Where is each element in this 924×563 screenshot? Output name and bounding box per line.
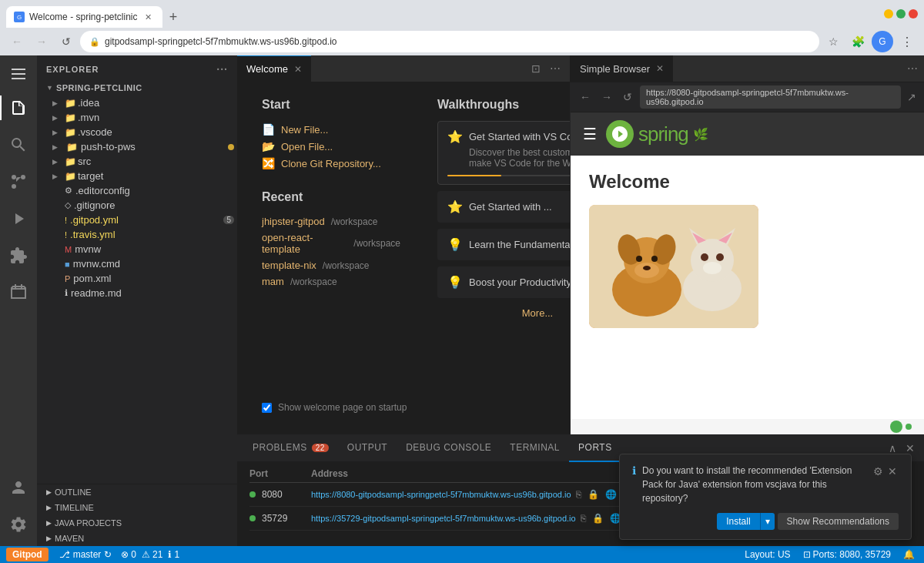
notification-gear-icon[interactable]: ⚙ [872,464,885,479]
split-editor-icon[interactable]: ⊡ [528,59,544,78]
activity-icon-settings[interactable] [0,506,37,543]
tab-bars-row: Welcome ✕ ⊡ ⋯ Simple Browser ✕ ⋯ [237,55,924,82]
address-bar[interactable]: 🔒 gitpodsampl-springpetcl-5f7mbmuktw.ws-… [80,31,819,52]
tree-item-idea[interactable]: ▶ 📁 .idea [37,96,237,110]
simple-browser-tab-close-icon[interactable]: ✕ [656,63,664,74]
walkthrough-item-0[interactable]: ⭐ Get Started with VS Co... Discover the… [437,121,570,185]
sidebar-more-icon[interactable]: ··· [216,63,228,75]
java-projects-section[interactable]: ▶ JAVA PROJECTS [37,515,237,531]
port-link-1[interactable]: https://35729-gitpodsampl-springpetcl-5f… [311,514,576,523]
walkthrough-item-1[interactable]: ⭐ Get Started with ... New [437,191,570,223]
notification-close-icon[interactable]: ✕ [886,464,899,479]
tree-item-gitignore[interactable]: ◇ .gitignore [37,198,237,213]
profile-button[interactable]: G [872,31,893,52]
spring-menu-icon[interactable]: ☰ [583,125,597,143]
lock-icon-1[interactable]: 🔒 [591,511,605,525]
minimize-button[interactable] [884,9,893,18]
gitpod-button[interactable]: Gitpod [6,548,49,561]
globe-icon-0[interactable]: 🌐 [604,488,618,501]
recent-item-0[interactable]: jhipster-gitpod /workspace [262,213,400,230]
timeline-section[interactable]: ▶ TIMELINE [37,500,237,515]
panel-tab-problems[interactable]: PROBLEMS 22 [243,435,338,462]
walkthrough-item-2[interactable]: 💡 Learn the Fundamentals [437,229,570,260]
recent-item-3[interactable]: mam /workspace [262,273,400,290]
maven-section[interactable]: ▶ MAVEN [37,531,237,546]
activity-icon-source-control[interactable] [0,163,37,200]
tree-item-readme[interactable]: ℹ readme.md [37,286,237,300]
tree-item-src[interactable]: ▶ 📁 src [37,154,237,169]
copy-icon-0[interactable]: ⎘ [574,488,583,501]
install-button[interactable]: Install [717,513,759,530]
tree-item-mvn[interactable]: ▶ 📁 .mvn [37,110,237,125]
activity-icon-explorer[interactable] [0,89,37,126]
new-tab-button[interactable]: + [162,6,184,28]
activity-icon-account[interactable] [0,469,37,506]
activity-icon-extensions[interactable] [0,237,37,274]
welcome-tab[interactable]: Welcome ✕ [237,55,311,82]
svg-rect-1 [12,73,25,75]
notification-buttons: Install ▾ Show Recommendations [632,513,899,530]
close-button[interactable] [909,9,918,18]
project-header[interactable]: ▼ SPRING-PETCLINIC [37,80,237,96]
open-file-link[interactable]: 📂 Open File... [262,138,400,155]
clone-git-link[interactable]: 🔀 Clone Git Repository... [262,155,400,172]
activity-icon-hamburger[interactable] [0,59,37,89]
more-walkthroughs-link[interactable]: More... [437,304,570,322]
status-right: Layout: US ⊡ Ports: 8080, 35729 🔔 [742,549,918,560]
show-recommendations-button[interactable]: Show Recommendations [778,513,899,530]
show-welcome-checkbox[interactable] [262,403,272,413]
sb-reload-icon[interactable]: ↺ [620,89,635,105]
sb-back-icon[interactable]: ← [577,89,594,105]
recent-item-1[interactable]: open-react-template /workspace [262,230,400,257]
walkthrough-item-3[interactable]: 💡 Boost your Productivity [437,266,570,298]
recent-item-2[interactable]: template-nix /workspace [262,257,400,273]
panel-tab-output[interactable]: OUTPUT [338,435,397,462]
forward-button[interactable]: → [31,31,52,52]
tree-item-travis-yml[interactable]: ! .travis.yml [37,227,237,242]
recent-title: Recent [262,190,400,204]
simple-browser-more-icon[interactable]: ⋯ [907,62,918,75]
panel-tab-terminal[interactable]: TERMINAL [500,435,569,462]
simple-browser-tab-label: Simple Browser [580,63,650,75]
activity-icon-search[interactable] [0,126,37,163]
tree-item-pom-xml[interactable]: P pom.xml [37,271,237,286]
activity-icon-run[interactable] [0,200,37,237]
welcome-tab-close-icon[interactable]: ✕ [294,64,302,75]
error-count[interactable]: ⊗ 0 ⚠ 21 ℹ 1 [116,549,184,560]
tree-item-target[interactable]: ▶ 📁 target [37,169,237,183]
tree-item-gitpod-yml[interactable]: ! .gitpod.yml 5 [37,213,237,227]
outline-section[interactable]: ▶ OUTLINE [37,484,237,500]
panel-tab-ports[interactable]: PORTS [569,435,621,462]
tree-item-mvnw[interactable]: M mvnw [37,242,237,256]
extensions-button[interactable]: 🧩 [847,31,869,52]
tree-item-push-to-pws[interactable]: ▶ 📁 push-to-pws [37,139,237,154]
layout-item[interactable]: Layout: US [742,549,793,560]
tree-item-vscode[interactable]: ▶ 📁 .vscode [37,125,237,139]
git-branch[interactable]: ⎇ master ↻ [55,549,117,560]
reload-button[interactable]: ↺ [55,31,77,52]
back-button[interactable]: ← [6,31,28,52]
sb-external-icon[interactable]: ↗ [906,89,918,105]
new-file-link[interactable]: 📄 New File... [262,121,400,138]
lock-icon-0[interactable]: 🔒 [586,488,601,501]
bell-button[interactable]: 🔔 [900,549,918,560]
sb-url-display[interactable]: https://8080-gitpodsampl-springpetcl-5f7… [640,85,901,109]
more-actions-icon[interactable]: ⋯ [547,59,564,78]
port-link-0[interactable]: https://8080-gitpodsampl-springpetcl-5f7… [311,490,571,499]
menu-button[interactable]: ⋮ [896,31,918,52]
tree-item-editorconfig[interactable]: ⚙ .editorconfig [37,183,237,198]
bookmark-button[interactable]: ☆ [822,31,844,52]
tree-item-mvnw-cmd[interactable]: ■ mvnw.cmd [37,256,237,271]
tab-close-icon[interactable]: ✕ [142,11,155,24]
simple-browser-tab[interactable]: Simple Browser ✕ [571,55,673,82]
project-name: SPRING-PETCLINIC [56,83,142,92]
copy-icon-1[interactable]: ⎘ [579,511,588,525]
sb-forward-icon[interactable]: → [598,89,615,105]
activity-icon-testing[interactable] [0,274,37,311]
panel-tab-debug[interactable]: DEBUG CONSOLE [397,435,500,462]
install-dropdown-button[interactable]: ▾ [760,513,775,530]
svg-point-21 [701,253,708,261]
maximize-button[interactable] [896,9,906,18]
ports-item[interactable]: ⊡ Ports: 8080, 35729 [800,549,894,560]
browser-tab-active[interactable]: G Welcome - spring-petclinic - Git... ✕ [6,6,162,28]
